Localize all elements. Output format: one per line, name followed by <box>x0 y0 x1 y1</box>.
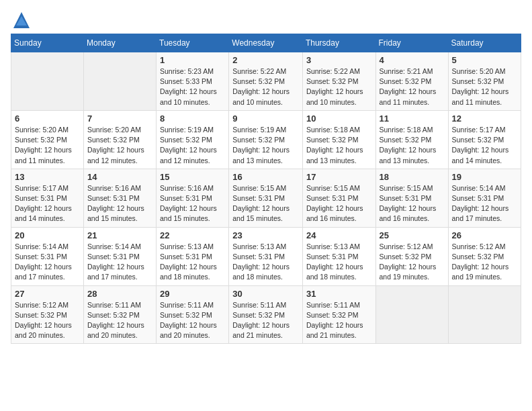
day-number: 15 <box>160 172 225 182</box>
calendar-cell: 1Sunrise: 5:23 AMSunset: 5:33 PMDaylight… <box>157 52 229 111</box>
weekday-header-friday: Friday <box>375 34 448 52</box>
day-info: Sunrise: 5:15 AMSunset: 5:31 PMDaylight:… <box>380 183 445 224</box>
day-number: 6 <box>15 113 80 124</box>
day-info: Sunrise: 5:13 AMSunset: 5:31 PMDaylight:… <box>160 242 225 283</box>
day-info: Sunrise: 5:19 AMSunset: 5:32 PMDaylight:… <box>232 125 299 166</box>
calendar-cell: 11Sunrise: 5:18 AMSunset: 5:32 PMDayligh… <box>375 110 448 169</box>
calendar-cell <box>11 52 84 111</box>
day-info: Sunrise: 5:12 AMSunset: 5:32 PMDaylight:… <box>380 242 445 283</box>
day-info: Sunrise: 5:13 AMSunset: 5:31 PMDaylight:… <box>232 242 299 283</box>
day-number: 7 <box>87 113 152 124</box>
calendar-cell: 13Sunrise: 5:17 AMSunset: 5:31 PMDayligh… <box>11 169 84 227</box>
day-info: Sunrise: 5:17 AMSunset: 5:31 PMDaylight:… <box>15 183 80 224</box>
day-number: 16 <box>232 172 299 182</box>
day-info: Sunrise: 5:21 AMSunset: 5:32 PMDaylight:… <box>380 66 445 107</box>
calendar-cell: 5Sunrise: 5:20 AMSunset: 5:32 PMDaylight… <box>448 52 521 111</box>
day-info: Sunrise: 5:12 AMSunset: 5:32 PMDaylight:… <box>15 300 80 341</box>
calendar-cell: 4Sunrise: 5:21 AMSunset: 5:32 PMDaylight… <box>375 52 448 111</box>
logo-icon <box>12 11 31 30</box>
calendar-cell: 21Sunrise: 5:14 AMSunset: 5:31 PMDayligh… <box>84 227 157 285</box>
day-number: 8 <box>160 113 225 124</box>
day-info: Sunrise: 5:11 AMSunset: 5:32 PMDaylight:… <box>160 300 225 341</box>
weekday-header-saturday: Saturday <box>448 34 521 52</box>
day-number: 18 <box>380 172 445 182</box>
calendar-cell: 16Sunrise: 5:15 AMSunset: 5:31 PMDayligh… <box>229 169 303 227</box>
day-number: 11 <box>380 113 445 124</box>
calendar-cell: 28Sunrise: 5:11 AMSunset: 5:32 PMDayligh… <box>84 285 157 344</box>
day-info: Sunrise: 5:11 AMSunset: 5:32 PMDaylight:… <box>87 300 152 341</box>
calendar-cell: 30Sunrise: 5:11 AMSunset: 5:32 PMDayligh… <box>229 285 303 344</box>
day-number: 17 <box>306 172 372 182</box>
calendar-cell: 26Sunrise: 5:12 AMSunset: 5:32 PMDayligh… <box>448 227 521 285</box>
day-info: Sunrise: 5:18 AMSunset: 5:32 PMDaylight:… <box>306 125 372 166</box>
calendar-cell: 31Sunrise: 5:11 AMSunset: 5:32 PMDayligh… <box>302 285 375 344</box>
calendar-cell: 25Sunrise: 5:12 AMSunset: 5:32 PMDayligh… <box>375 227 448 285</box>
calendar-cell: 20Sunrise: 5:14 AMSunset: 5:31 PMDayligh… <box>11 227 84 285</box>
day-info: Sunrise: 5:12 AMSunset: 5:32 PMDaylight:… <box>452 242 517 283</box>
day-number: 22 <box>160 230 225 240</box>
calendar-cell <box>84 52 157 111</box>
calendar-cell: 10Sunrise: 5:18 AMSunset: 5:32 PMDayligh… <box>302 110 375 169</box>
day-number: 9 <box>232 113 299 124</box>
day-info: Sunrise: 5:13 AMSunset: 5:31 PMDaylight:… <box>306 242 372 283</box>
day-info: Sunrise: 5:14 AMSunset: 5:31 PMDaylight:… <box>87 242 152 283</box>
calendar-cell: 2Sunrise: 5:22 AMSunset: 5:32 PMDaylight… <box>229 52 303 111</box>
day-info: Sunrise: 5:22 AMSunset: 5:32 PMDaylight:… <box>232 66 299 107</box>
day-number: 12 <box>452 113 517 124</box>
day-number: 14 <box>87 172 152 182</box>
day-number: 21 <box>87 230 152 240</box>
calendar-cell: 14Sunrise: 5:16 AMSunset: 5:31 PMDayligh… <box>84 169 157 227</box>
day-info: Sunrise: 5:16 AMSunset: 5:31 PMDaylight:… <box>87 183 152 224</box>
day-number: 24 <box>306 230 372 240</box>
day-number: 1 <box>160 55 225 65</box>
calendar-cell: 23Sunrise: 5:13 AMSunset: 5:31 PMDayligh… <box>229 227 303 285</box>
day-number: 25 <box>380 230 445 240</box>
calendar-cell: 24Sunrise: 5:13 AMSunset: 5:31 PMDayligh… <box>302 227 375 285</box>
calendar-table: SundayMondayTuesdayWednesdayThursdayFrid… <box>11 34 521 344</box>
day-info: Sunrise: 5:11 AMSunset: 5:32 PMDaylight:… <box>306 300 372 341</box>
calendar-cell: 27Sunrise: 5:12 AMSunset: 5:32 PMDayligh… <box>11 285 84 344</box>
calendar-cell: 19Sunrise: 5:14 AMSunset: 5:31 PMDayligh… <box>448 169 521 227</box>
day-info: Sunrise: 5:14 AMSunset: 5:31 PMDaylight:… <box>452 183 517 224</box>
day-info: Sunrise: 5:17 AMSunset: 5:32 PMDaylight:… <box>452 125 517 166</box>
calendar-cell: 17Sunrise: 5:15 AMSunset: 5:31 PMDayligh… <box>302 169 375 227</box>
day-info: Sunrise: 5:23 AMSunset: 5:33 PMDaylight:… <box>160 66 225 107</box>
day-number: 19 <box>452 172 517 182</box>
calendar-header: SundayMondayTuesdayWednesdayThursdayFrid… <box>11 34 521 52</box>
day-number: 28 <box>87 289 152 299</box>
page-header <box>11 11 521 26</box>
calendar-cell <box>375 285 448 344</box>
day-number: 20 <box>15 230 80 240</box>
weekday-header-monday: Monday <box>84 34 157 52</box>
weekday-header-sunday: Sunday <box>11 34 84 52</box>
day-info: Sunrise: 5:19 AMSunset: 5:32 PMDaylight:… <box>160 125 225 166</box>
calendar-cell: 29Sunrise: 5:11 AMSunset: 5:32 PMDayligh… <box>157 285 229 344</box>
calendar-cell: 3Sunrise: 5:22 AMSunset: 5:32 PMDaylight… <box>302 52 375 111</box>
day-number: 13 <box>15 172 80 182</box>
calendar-cell: 6Sunrise: 5:20 AMSunset: 5:32 PMDaylight… <box>11 110 84 169</box>
day-info: Sunrise: 5:15 AMSunset: 5:31 PMDaylight:… <box>232 183 299 224</box>
calendar-cell <box>448 285 521 344</box>
day-info: Sunrise: 5:20 AMSunset: 5:32 PMDaylight:… <box>452 66 517 107</box>
day-number: 26 <box>452 230 517 240</box>
calendar-cell: 7Sunrise: 5:20 AMSunset: 5:32 PMDaylight… <box>84 110 157 169</box>
calendar-cell: 8Sunrise: 5:19 AMSunset: 5:32 PMDaylight… <box>157 110 229 169</box>
calendar-cell: 15Sunrise: 5:16 AMSunset: 5:31 PMDayligh… <box>157 169 229 227</box>
day-info: Sunrise: 5:20 AMSunset: 5:32 PMDaylight:… <box>15 125 80 166</box>
day-number: 3 <box>306 55 372 65</box>
day-number: 29 <box>160 289 225 299</box>
calendar-cell: 22Sunrise: 5:13 AMSunset: 5:31 PMDayligh… <box>157 227 229 285</box>
day-info: Sunrise: 5:18 AMSunset: 5:32 PMDaylight:… <box>380 125 445 166</box>
day-info: Sunrise: 5:16 AMSunset: 5:31 PMDaylight:… <box>160 183 225 224</box>
day-info: Sunrise: 5:20 AMSunset: 5:32 PMDaylight:… <box>87 125 152 166</box>
day-number: 10 <box>306 113 372 124</box>
day-info: Sunrise: 5:14 AMSunset: 5:31 PMDaylight:… <box>15 242 80 283</box>
day-number: 4 <box>380 55 445 65</box>
day-info: Sunrise: 5:11 AMSunset: 5:32 PMDaylight:… <box>232 300 299 341</box>
day-info: Sunrise: 5:15 AMSunset: 5:31 PMDaylight:… <box>306 183 372 224</box>
weekday-header-tuesday: Tuesday <box>157 34 229 52</box>
logo <box>11 11 31 26</box>
day-number: 31 <box>306 289 372 299</box>
weekday-header-thursday: Thursday <box>302 34 375 52</box>
day-number: 27 <box>15 289 80 299</box>
